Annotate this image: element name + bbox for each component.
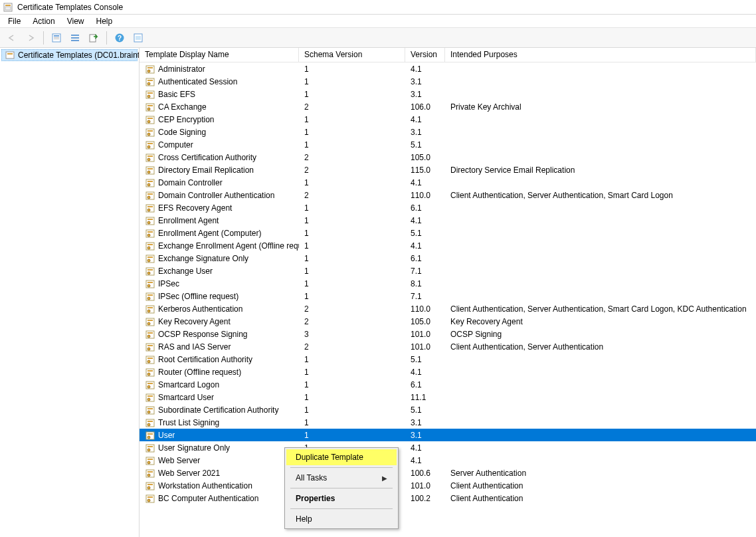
table-row[interactable]: Enrollment Agent (Computer)15.1 (140, 227, 756, 239)
cell-name: EFS Recovery Agent (158, 203, 232, 213)
cell-purpose: Client Authentication, Server Authentica… (445, 342, 756, 352)
table-row[interactable]: IPSec (Offline request)17.1 (140, 290, 756, 302)
properties-button[interactable] (48, 31, 64, 45)
cell-version: 5.1 (405, 355, 445, 364)
svg-point-31 (147, 120, 150, 123)
table-row[interactable]: Domain Controller14.1 (140, 176, 756, 189)
table-row[interactable]: User13.1 (140, 429, 756, 441)
cell-version: 6.1 (405, 203, 445, 213)
list-pane: Template Display Name Schema Version Ver… (140, 48, 756, 537)
table-row[interactable]: Router (Offline request)14.1 (140, 366, 756, 378)
table-row[interactable]: Smartcard User111.1 (140, 391, 756, 403)
table-row[interactable]: Domain Controller Authentication2110.0Cl… (140, 189, 756, 201)
svg-point-19 (147, 70, 150, 72)
forward-button (23, 31, 39, 45)
help-button[interactable]: ? (112, 31, 128, 45)
table-row[interactable]: Cross Certification Authority2105.0 (140, 151, 756, 163)
cell-purpose: Client Authentication, Server Authentica… (445, 191, 756, 200)
table-row[interactable]: Exchange User17.1 (140, 265, 756, 277)
back-arrow-icon (7, 33, 17, 43)
table-row[interactable]: Key Recovery Agent2105.0Key Recovery Age… (140, 315, 756, 328)
list-view-button[interactable] (67, 31, 83, 45)
tree-pane[interactable]: Certificate Templates (DC01.brainte (0, 48, 140, 537)
ctx-all-tasks[interactable]: All Tasks ▶ (286, 470, 397, 486)
svg-point-61 (147, 247, 150, 249)
table-row[interactable]: CA Exchange2106.0Private Key Archival (140, 100, 756, 113)
cell-name: Domain Controller (158, 178, 223, 187)
table-row[interactable]: Web Server 20212100.6Server Authenticati… (140, 467, 756, 479)
table-row[interactable]: OCSP Response Signing3101.0OCSP Signing (140, 328, 756, 340)
cell-version: 3.1 (405, 77, 445, 86)
svg-rect-63 (147, 257, 153, 258)
cell-name: RAS and IAS Server (158, 342, 231, 352)
table-row[interactable]: Kerberos Authentication2110.0Client Auth… (140, 302, 756, 315)
ctx-divider (290, 508, 393, 509)
menu-view[interactable]: View (62, 16, 90, 27)
certificate-template-icon (145, 316, 155, 327)
svg-point-82 (147, 335, 150, 338)
table-row[interactable]: RAS and IAS Server2101.0Client Authentic… (140, 340, 756, 353)
svg-rect-9 (71, 40, 79, 41)
certificate-template-icon (145, 190, 155, 201)
table-row[interactable]: Enrollment Agent14.1 (140, 214, 756, 227)
table-row[interactable]: Smartcard Logon16.1 (140, 378, 756, 391)
refresh-button[interactable] (130, 31, 146, 45)
table-row[interactable]: EFS Recovery Agent16.1 (140, 201, 756, 214)
svg-point-40 (147, 158, 150, 161)
table-row[interactable]: User Signature Only14.1 (140, 441, 756, 454)
certificate-template-icon (145, 64, 155, 74)
table-row[interactable]: Web Server14.1 (140, 454, 756, 467)
svg-rect-36 (147, 143, 153, 144)
certificate-template-icon (145, 89, 155, 100)
svg-point-121 (147, 499, 150, 502)
svg-rect-60 (147, 244, 153, 245)
table-row[interactable]: BC Computer Authentication2100.2Client A… (140, 492, 756, 504)
svg-rect-72 (147, 294, 153, 296)
certificate-template-icon (145, 278, 155, 289)
cell-schema: 1 (299, 254, 405, 263)
table-row[interactable]: Exchange Signature Only16.1 (140, 252, 756, 265)
table-row[interactable]: Exchange Enrollment Agent (Offline requ.… (140, 239, 756, 252)
table-row[interactable]: Computer15.1 (140, 138, 756, 151)
menu-action[interactable]: Action (27, 16, 60, 27)
ctx-help[interactable]: Help (286, 511, 397, 527)
certificate-template-icon (145, 405, 155, 415)
table-row[interactable]: Directory Email Replication2115.0Directo… (140, 163, 756, 176)
column-header-version[interactable]: Version (405, 48, 445, 62)
table-row[interactable]: IPSec18.1 (140, 277, 756, 290)
column-header-purpose[interactable]: Intended Purposes (445, 48, 756, 62)
menu-file[interactable]: File (3, 16, 26, 27)
cell-purpose: Private Key Archival (445, 102, 756, 112)
table-row[interactable]: Root Certification Authority15.1 (140, 353, 756, 366)
svg-point-88 (147, 360, 150, 363)
cell-version: 110.0 (405, 304, 445, 314)
tree-root-item[interactable]: Certificate Templates (DC01.brainte (1, 49, 138, 61)
table-row[interactable]: Basic EFS13.1 (140, 88, 756, 100)
export-button[interactable] (86, 31, 102, 45)
table-row[interactable]: Code Signing13.1 (140, 126, 756, 138)
help-icon: ? (114, 33, 125, 43)
app-icon (3, 2, 13, 13)
menu-help[interactable]: Help (91, 16, 118, 27)
table-row[interactable]: Workstation Authentication2101.0Client A… (140, 479, 756, 492)
column-header-schema[interactable]: Schema Version (299, 48, 405, 62)
table-row[interactable]: Administrator14.1 (140, 62, 756, 75)
cell-name: Exchange User (158, 267, 213, 276)
cell-schema: 3 (299, 330, 405, 339)
svg-point-73 (147, 297, 150, 300)
cell-name: Key Recovery Agent (158, 317, 231, 326)
svg-rect-114 (147, 471, 153, 473)
svg-rect-90 (147, 370, 153, 372)
table-row[interactable]: Authenticated Session13.1 (140, 75, 756, 88)
ctx-duplicate-template[interactable]: Duplicate Template (286, 449, 397, 465)
svg-point-109 (147, 449, 150, 451)
ctx-properties[interactable]: Properties (286, 490, 397, 506)
cell-version: 11.1 (405, 393, 445, 402)
column-header-name[interactable]: Template Display Name (140, 48, 299, 62)
svg-rect-1 (5, 5, 11, 6)
certificate-template-icon (145, 253, 155, 264)
table-row[interactable]: Subordinate Certification Authority15.1 (140, 403, 756, 416)
table-row[interactable]: Trust List Signing13.1 (140, 416, 756, 429)
table-row[interactable]: CEP Encryption14.1 (140, 113, 756, 126)
certificate-template-icon (145, 241, 155, 251)
